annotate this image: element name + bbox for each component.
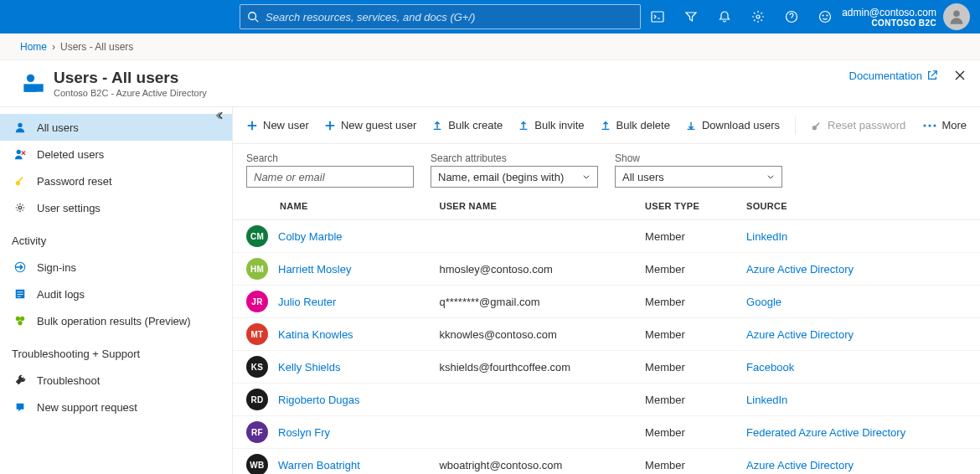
user-name-link[interactable]: Warren Boatright — [278, 459, 360, 471]
user-source-link[interactable]: Google — [746, 296, 781, 308]
user-type-cell: Member — [635, 318, 736, 351]
svg-rect-2 — [652, 12, 663, 22]
collapse-sidebar-button[interactable] — [215, 111, 225, 121]
svg-point-36 — [934, 124, 936, 126]
search-input[interactable] — [246, 166, 414, 188]
table-row[interactable]: RD Rigoberto Dugas Member LinkedIn — [233, 384, 980, 416]
download-users-button[interactable]: Download users — [685, 119, 780, 131]
blade-header: Users - All users Contoso B2C - Azure Ac… — [0, 60, 980, 107]
sidebar-item-support[interactable]: New support request — [0, 394, 232, 420]
table-row[interactable]: CM Colby Marble Member LinkedIn — [233, 220, 980, 253]
cmd-label: New guest user — [341, 119, 416, 131]
close-blade-button[interactable] — [953, 69, 967, 82]
col-source[interactable]: Source — [736, 193, 980, 220]
svg-point-35 — [929, 124, 931, 126]
global-search-input[interactable] — [266, 11, 633, 23]
sidebar-item-audit-logs[interactable]: Audit logs — [0, 281, 232, 307]
user-source-link[interactable]: Facebook — [746, 361, 794, 374]
svg-point-8 — [953, 11, 960, 18]
user-type-cell: Member — [635, 220, 736, 253]
user-source-link[interactable]: LinkedIn — [746, 230, 787, 243]
user-name-link[interactable]: Rigoberto Dugas — [278, 394, 360, 406]
col-name[interactable]: Name — [233, 193, 429, 220]
sidebar-item-user-settings[interactable]: User settings — [0, 194, 232, 221]
breadcrumb-home[interactable]: Home — [20, 41, 47, 53]
breadcrumb: Home › Users - All users — [0, 33, 980, 60]
svg-point-3 — [756, 15, 760, 18]
sidebar-section-troubleshoot: Troubleshooting + Support — [0, 337, 232, 363]
help-icon[interactable] — [775, 0, 808, 33]
user-username-cell — [429, 384, 635, 416]
bulk-delete-button[interactable]: Bulk delete — [600, 119, 670, 131]
sidebar-item-password-reset[interactable]: Password reset — [0, 167, 232, 194]
sidebar-item-label: User settings — [37, 202, 101, 214]
user-source-link[interactable]: Azure Active Directory — [746, 459, 854, 471]
svg-rect-22 — [18, 291, 23, 292]
svg-rect-18 — [18, 177, 23, 182]
more-commands-button[interactable]: More — [923, 119, 967, 131]
svg-point-6 — [823, 15, 823, 16]
separator — [795, 116, 796, 135]
user-source-link[interactable]: Azure Active Directory — [746, 263, 854, 276]
page-title: Users - All users — [54, 69, 207, 87]
bulk-invite-button[interactable]: Bulk invite — [518, 119, 584, 131]
directory-filter-icon[interactable] — [674, 0, 708, 33]
sidebar-item-label: Troubleshoot — [37, 374, 100, 387]
new-user-button[interactable]: New user — [246, 119, 309, 131]
user-name-link[interactable]: Kelly Shields — [278, 361, 340, 374]
upload-icon — [518, 120, 529, 131]
sidebar-item-signins[interactable]: Sign-ins — [0, 254, 232, 281]
cloud-shell-icon[interactable] — [641, 0, 674, 33]
plus-icon — [324, 120, 336, 131]
table-row[interactable]: JR Julio Reuter q********@gmail.com Memb… — [233, 286, 980, 318]
bulk-create-button[interactable]: Bulk create — [431, 119, 503, 131]
user-avatar-badge: CM — [246, 225, 268, 247]
account-email: admin@contoso.com — [842, 7, 936, 18]
sidebar-item-troubleshoot[interactable]: Troubleshoot — [0, 367, 232, 394]
table-row[interactable]: KS Kelly Shields kshields@fourthcoffee.c… — [233, 351, 980, 384]
user-username-cell: wboatright@contoso.com — [429, 449, 635, 475]
user-source-link[interactable]: LinkedIn — [746, 394, 787, 406]
table-row[interactable]: HM Harriett Mosley hmosley@contoso.com M… — [233, 253, 980, 286]
settings-icon[interactable] — [741, 0, 775, 33]
user-name-link[interactable]: Roslyn Fry — [278, 426, 330, 439]
user-name-link[interactable]: Katina Knowles — [278, 328, 353, 341]
user-source-link[interactable]: Azure Active Directory — [746, 328, 854, 341]
account-menu[interactable]: admin@contoso.com CONTOSO B2C — [842, 3, 973, 30]
search-attributes-select[interactable]: Name, email (begins with) — [431, 166, 598, 188]
notifications-icon[interactable] — [708, 0, 741, 33]
sidebar-item-deleted-users[interactable]: Deleted users — [0, 141, 232, 167]
user-name-link[interactable]: Colby Marble — [278, 230, 343, 243]
col-username[interactable]: User name — [429, 193, 635, 220]
breadcrumb-current: Users - All users — [60, 41, 133, 53]
user-name-link[interactable]: Julio Reuter — [278, 296, 336, 308]
documentation-link[interactable]: Documentation — [849, 70, 938, 82]
table-row[interactable]: WB Warren Boatright wboatright@contoso.c… — [233, 449, 980, 475]
cmd-label: New user — [263, 119, 309, 131]
svg-point-0 — [249, 13, 256, 20]
user-type-cell: Member — [635, 384, 736, 416]
command-bar: New user New guest user Bulk create Bulk… — [233, 107, 980, 144]
user-source-link[interactable]: Federated Azure Active Directory — [746, 426, 905, 439]
user-avatar-badge: RD — [246, 389, 268, 410]
search-label: Search — [246, 152, 414, 164]
table-row[interactable]: MT Katina Knowles kknowles@contoso.com M… — [233, 318, 980, 351]
cmd-label: Bulk delete — [616, 119, 670, 131]
svg-point-34 — [924, 124, 926, 126]
sidebar-item-bulk-results[interactable]: Bulk operation results (Preview) — [0, 307, 232, 334]
select-value: All users — [622, 171, 664, 183]
global-search[interactable] — [240, 4, 641, 29]
user-name-link[interactable]: Harriett Mosley — [278, 263, 351, 276]
new-guest-user-button[interactable]: New guest user — [324, 119, 416, 131]
sidebar-item-label: New support request — [37, 401, 137, 414]
sidebar-item-all-users[interactable]: All users — [0, 114, 232, 141]
show-select[interactable]: All users — [615, 166, 782, 188]
table-row[interactable]: RF Roslyn Fry Member Federated Azure Act… — [233, 416, 980, 449]
wrench-icon — [12, 374, 28, 386]
feedback-icon[interactable] — [808, 0, 842, 33]
cmd-label: Reset password — [828, 119, 905, 131]
audit-icon — [12, 288, 28, 300]
col-usertype[interactable]: User type — [635, 193, 736, 220]
sidebar-section-activity: Activity — [0, 224, 232, 250]
account-tenant: CONTOSO B2C — [842, 18, 936, 28]
